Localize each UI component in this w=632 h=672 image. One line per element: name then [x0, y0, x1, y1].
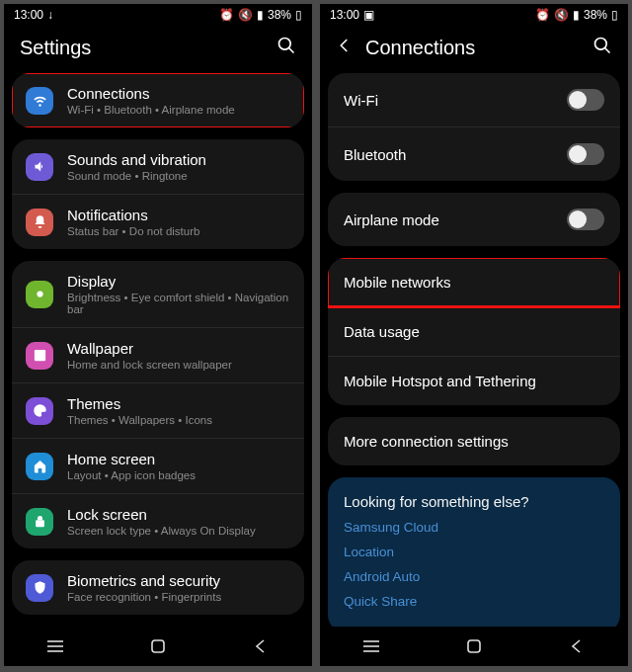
connections-row-mobile-hotspot-and-tethering[interactable]: Mobile Hotspot and Tethering [328, 356, 620, 405]
suggestions-title: Looking for something else? [344, 493, 604, 510]
row-title: Connections [67, 85, 290, 102]
nav-home[interactable] [454, 635, 494, 657]
battery-pct: 38% [584, 8, 607, 22]
row-subtitle: Layout • App icon badges [67, 469, 290, 481]
battery-pct: 38% [268, 8, 291, 22]
svg-point-4 [37, 352, 40, 355]
settings-row-biometrics-and-security[interactable]: Biometrics and securityFace recognition … [12, 560, 304, 615]
navbar [320, 627, 628, 666]
settings-list: ConnectionsWi-Fi • Bluetooth • Airplane … [4, 73, 312, 627]
suggestion-link-android-auto[interactable]: Android Auto [344, 569, 604, 584]
row-subtitle: Wi-Fi • Bluetooth • Airplane mode [67, 104, 290, 116]
connections-group: More connection settings [328, 417, 620, 465]
settings-row-wallpaper[interactable]: WallpaperHome and lock screen wallpaper [12, 327, 304, 382]
connections-row-bluetooth[interactable]: Bluetooth [328, 126, 620, 181]
statusbar: 13:00 ▣ ⏰ 🔇 ▮ 38% ▯ [320, 4, 628, 26]
settings-group: Biometrics and securityFace recognition … [12, 560, 304, 615]
row-subtitle: Status bar • Do not disturb [67, 225, 290, 237]
connections-row-more-connection-settings[interactable]: More connection settings [328, 417, 620, 465]
row-title: Notifications [67, 207, 290, 223]
settings-row-themes[interactable]: ThemesThemes • Wallpapers • Icons [12, 382, 304, 438]
connections-row-wi-fi[interactable]: Wi-Fi [328, 73, 620, 126]
row-subtitle: Home and lock screen wallpaper [67, 359, 290, 371]
search-icon[interactable] [276, 36, 296, 59]
svg-rect-5 [36, 520, 44, 527]
row-label: Wi-Fi [344, 92, 378, 109]
suggestion-link-samsung-cloud[interactable]: Samsung Cloud [344, 520, 604, 535]
row-title: Home screen [67, 451, 290, 467]
navbar [4, 627, 312, 666]
row-label: Bluetooth [344, 146, 406, 163]
bell-icon [26, 209, 53, 236]
wallpaper-icon [26, 342, 53, 370]
wifi-icon [26, 87, 53, 115]
settings-group: ConnectionsWi-Fi • Bluetooth • Airplane … [12, 73, 304, 127]
connections-row-mobile-networks[interactable]: Mobile networks [328, 258, 620, 306]
row-label: Airplane mode [344, 211, 439, 228]
battery-icon: ▯ [611, 8, 618, 22]
row-title: Wallpaper [67, 340, 290, 357]
settings-row-connections[interactable]: ConnectionsWi-Fi • Bluetooth • Airplane … [12, 73, 304, 127]
connections-row-airplane-mode[interactable]: Airplane mode [328, 193, 620, 246]
statusbar: 13:00 ↓ ⏰ 🔇 ▮ 38% ▯ [4, 4, 312, 26]
nav-back[interactable] [241, 635, 280, 657]
settings-row-display[interactable]: DisplayBrightness • Eye comfort shield •… [12, 261, 304, 327]
row-title: Biometrics and security [67, 572, 290, 589]
nav-home[interactable] [138, 635, 178, 657]
lock-icon [26, 508, 53, 536]
signal-icon: ▮ [257, 8, 264, 22]
shield-icon [26, 574, 53, 602]
alarm-icon: ⏰ [219, 8, 234, 22]
display-icon [26, 281, 53, 308]
svg-line-11 [605, 48, 610, 53]
page-title: Settings [20, 37, 91, 59]
mute-icon: 🔇 [238, 8, 253, 22]
themes-icon [26, 397, 53, 425]
connections-group: Airplane mode [328, 193, 620, 246]
search-icon[interactable] [592, 36, 612, 59]
settings-row-notifications[interactable]: NotificationsStatus bar • Do not disturb [12, 194, 304, 249]
row-title: Display [67, 273, 290, 290]
phone-right: 13:00 ▣ ⏰ 🔇 ▮ 38% ▯ Connections Wi-FiBlu… [320, 4, 628, 666]
svg-rect-9 [152, 640, 164, 652]
phone-left: 13:00 ↓ ⏰ 🔇 ▮ 38% ▯ Settings Connections… [4, 4, 312, 666]
nav-recents[interactable] [352, 635, 391, 657]
suggestion-link-quick-share[interactable]: Quick Share [344, 594, 604, 609]
settings-group: Sounds and vibrationSound mode • Rington… [12, 139, 304, 249]
svg-point-2 [37, 291, 42, 296]
settings-group: DisplayBrightness • Eye comfort shield •… [12, 261, 304, 548]
toggle[interactable] [567, 89, 604, 111]
suggestion-link-location[interactable]: Location [344, 545, 604, 559]
row-title: Themes [67, 395, 290, 412]
row-label: More connection settings [344, 433, 509, 450]
header: Connections [320, 26, 628, 73]
mute-icon: 🔇 [554, 8, 569, 22]
svg-rect-15 [468, 640, 480, 652]
suggestions-card: Looking for something else?Samsung Cloud… [328, 477, 620, 627]
screenshot-icon: ▣ [363, 8, 374, 22]
row-subtitle: Brightness • Eye comfort shield • Naviga… [67, 292, 290, 315]
nav-recents[interactable] [36, 635, 75, 657]
row-label: Mobile Hotspot and Tethering [344, 373, 536, 389]
toggle[interactable] [567, 143, 604, 165]
toggle[interactable] [567, 209, 604, 230]
connections-row-data-usage[interactable]: Data usage [328, 306, 620, 356]
settings-row-lock-screen[interactable]: Lock screenScreen lock type • Always On … [12, 493, 304, 548]
home-icon [26, 453, 53, 480]
page-title: Connections [365, 37, 475, 59]
alarm-icon: ⏰ [535, 8, 550, 22]
status-time: 13:00 [14, 8, 43, 22]
row-title: Lock screen [67, 506, 290, 523]
nav-back[interactable] [557, 635, 596, 657]
connections-list: Wi-FiBluetoothAirplane modeMobile networ… [320, 73, 628, 627]
settings-row-sounds-and-vibration[interactable]: Sounds and vibrationSound mode • Rington… [12, 139, 304, 194]
status-time: 13:00 [330, 8, 359, 22]
sound-icon [26, 153, 53, 181]
row-subtitle: Sound mode • Ringtone [67, 170, 290, 182]
download-icon: ↓ [47, 8, 53, 22]
header: Settings [4, 26, 312, 73]
signal-icon: ▮ [573, 8, 580, 22]
settings-row-home-screen[interactable]: Home screenLayout • App icon badges [12, 438, 304, 493]
back-icon[interactable] [336, 37, 354, 58]
svg-point-10 [595, 39, 607, 50]
